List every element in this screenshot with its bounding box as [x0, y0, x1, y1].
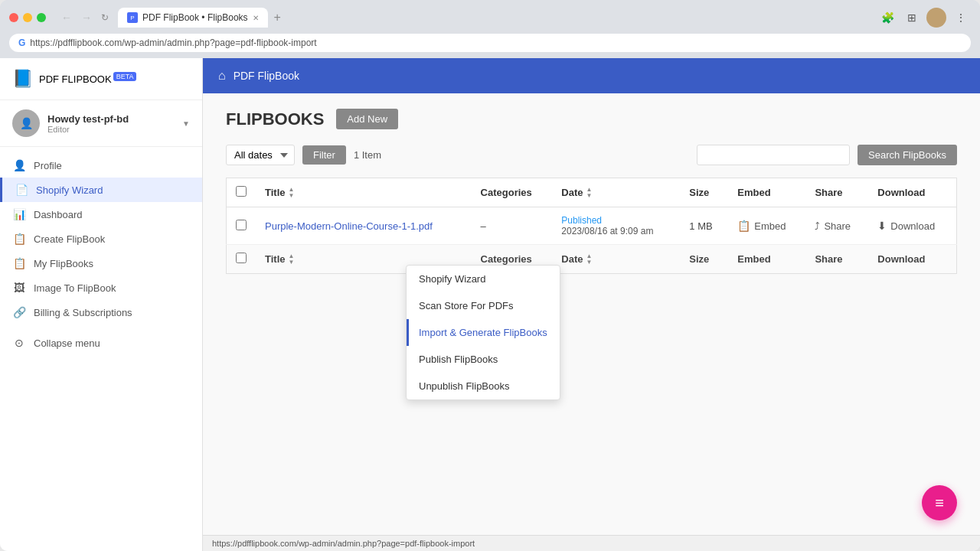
download-icon: ⬇	[877, 220, 887, 232]
status-bar: https://pdfflipbook.com/wp-admin/admin.p…	[203, 535, 980, 551]
logo-beta-badge: BETA	[113, 72, 137, 81]
search-input[interactable]	[697, 145, 850, 165]
sidebar-item-my-flipbooks[interactable]: 📋 My FlipBooks	[0, 251, 202, 276]
footer-title-sort-desc[interactable]: ▼	[289, 259, 295, 266]
fab-icon: ≡	[935, 494, 944, 512]
row-embed-cell: 📋 Embed	[728, 207, 805, 245]
footer-row-checkbox[interactable]	[236, 253, 247, 263]
filters-row: All dates Filter 1 Item Search FlipBooks	[226, 145, 957, 165]
sidebar-item-billing[interactable]: 🔗 Billing & Subscriptions	[0, 300, 202, 324]
maximize-dot[interactable]	[37, 13, 46, 22]
filter-button[interactable]: Filter	[302, 145, 346, 165]
dropdown-item-publish[interactable]: Publish FlipBooks	[407, 346, 560, 373]
dropdown-item-unpublish[interactable]: Unpublish FlipBooks	[407, 373, 560, 399]
dropdown-item-import-generate[interactable]: Import & Generate FlipBooks	[407, 319, 560, 346]
tab-bar: P PDF FlipBook • FlipBooks ✕ +	[118, 8, 871, 28]
embed-label: Embed	[754, 220, 786, 232]
logo-text-label: PDF FLIPBOOK	[39, 73, 112, 85]
top-nav-title: PDF FlipBook	[234, 70, 299, 82]
row-title-cell: Purple-Modern-Online-Course-1-1.pdf	[256, 207, 472, 245]
sidebar-item-create-flipbook[interactable]: 📋 Create FlipBook	[0, 227, 202, 251]
dropdown-item-scan-store[interactable]: Scan Store For PDFs	[407, 292, 560, 319]
user-name: Howdy test-pf-bd	[47, 113, 175, 125]
sidebar-item-label: My FlipBooks	[34, 258, 93, 269]
user-info: Howdy test-pf-bd Editor	[47, 113, 175, 134]
dropdown-item-shopify-wizard[interactable]: Shopify Wizard	[407, 266, 560, 292]
footer-embed-header: Embed	[728, 245, 805, 274]
page-header: FLIPBOOKS Add New	[226, 109, 957, 129]
address-text: https://pdfflipbook.com/wp-admin/admin.p…	[30, 37, 962, 48]
footer-date-sort-desc[interactable]: ▼	[586, 259, 592, 266]
sidebar-item-image-to-flipbook[interactable]: 🖼 Image To FlipBook	[0, 276, 202, 300]
user-arrow-icon[interactable]: ▼	[182, 119, 190, 128]
active-tab[interactable]: P PDF FlipBook • FlipBooks ✕	[118, 8, 268, 28]
shopify-wizard-menu-icon: 📄	[15, 184, 28, 196]
tab-favicon: P	[127, 12, 138, 23]
menu-icon[interactable]: ⋮	[951, 8, 971, 28]
th-title: Title ▲ ▼	[256, 178, 472, 207]
sidebar-item-label: Shopify Wizard	[36, 184, 103, 196]
sidebar-item-label: Dashboard	[34, 209, 83, 220]
avatar: 👤	[12, 109, 40, 137]
dropdown-menu: Shopify Wizard Scan Store For PDFs Impor…	[406, 265, 560, 400]
top-nav: ⌂ PDF FlipBook	[203, 58, 980, 93]
new-tab-button[interactable]: +	[271, 8, 284, 28]
th-size: Size	[680, 178, 728, 207]
tab-title: PDF FlipBook • FlipBooks	[142, 12, 248, 23]
sidebar-user: 👤 Howdy test-pf-bd Editor ▼	[0, 100, 202, 147]
table-row: Purple-Modern-Online-Course-1-1.pdf – Pu…	[227, 207, 957, 245]
th-categories: Categories	[472, 178, 553, 207]
minimize-dot[interactable]	[23, 13, 32, 22]
row-checkbox[interactable]	[236, 220, 247, 230]
main-inner: FLIPBOOKS Add New All dates Filter 1 Ite…	[203, 93, 980, 535]
back-button[interactable]: ←	[58, 10, 75, 25]
footer-checkbox-cell	[227, 245, 256, 274]
file-name[interactable]: Purple-Modern-Online-Course-1-1.pdf	[265, 220, 433, 232]
row-download-cell: ⬇ Download	[868, 207, 956, 245]
reload-button[interactable]: ↻	[98, 10, 112, 25]
items-count: 1 Item	[354, 149, 381, 161]
download-button[interactable]: ⬇ Download	[877, 220, 947, 232]
footer-share-header: Share	[805, 245, 868, 274]
sidebar-menu: 👤 Profile 📄 Shopify Wizard 📊 Dashboard 📋…	[0, 147, 202, 551]
add-new-button[interactable]: Add New	[336, 109, 398, 129]
filters-right: Search FlipBooks	[697, 145, 957, 165]
embed-icon: 📋	[737, 220, 750, 232]
th-date: Date ▲ ▼	[552, 178, 680, 207]
search-flipbooks-button[interactable]: Search FlipBooks	[858, 145, 957, 165]
home-icon[interactable]: ⌂	[218, 69, 226, 83]
title-sort-desc[interactable]: ▼	[289, 193, 295, 199]
file-size: 1 MB	[689, 220, 712, 232]
embed-button[interactable]: 📋 Embed	[737, 220, 796, 232]
google-icon: G	[18, 37, 25, 48]
dashboard-menu-icon: 📊	[12, 208, 26, 220]
tab-close-button[interactable]: ✕	[253, 14, 259, 22]
sidebar-item-dashboard[interactable]: 📊 Dashboard	[0, 202, 202, 227]
date-filter-select[interactable]: All dates	[226, 145, 295, 165]
address-bar[interactable]: G https://pdfflipbook.com/wp-admin/admin…	[9, 34, 971, 52]
sidebar-item-shopify-wizard[interactable]: 📄 Shopify Wizard	[0, 178, 202, 202]
close-dot[interactable]	[9, 13, 18, 22]
table-header-row: Title ▲ ▼ Categories	[227, 178, 957, 207]
categories-value: –	[481, 220, 486, 232]
share-button[interactable]: ⤴ Share	[815, 220, 859, 232]
table-footer-row: Title ▲ ▼ Categories	[227, 245, 957, 274]
browser-nav: ← → ↻	[58, 10, 112, 25]
sidebar-item-label: Collapse menu	[34, 337, 100, 349]
date-sort-desc[interactable]: ▼	[586, 193, 592, 199]
image-flipbook-menu-icon: 🖼	[12, 282, 26, 294]
fab-button[interactable]: ≡	[922, 485, 957, 520]
user-role: Editor	[47, 125, 175, 134]
logo-text: PDF FLIPBOOKBETA	[39, 73, 136, 85]
sidebar-icon[interactable]: ⊞	[902, 8, 922, 28]
extensions-icon[interactable]: 🧩	[877, 8, 897, 28]
sidebar-item-profile[interactable]: 👤 Profile	[0, 153, 202, 178]
profile-icon[interactable]	[926, 8, 946, 28]
select-all-checkbox[interactable]	[236, 186, 247, 197]
create-flipbook-menu-icon: 📋	[12, 233, 26, 245]
browser-actions: 🧩 ⊞ ⋮	[877, 8, 971, 28]
sidebar-item-label: Profile	[34, 160, 62, 171]
sidebar-item-collapse[interactable]: ⊙ Collapse menu	[0, 331, 202, 355]
browser-controls	[9, 13, 46, 22]
forward-button[interactable]: →	[78, 10, 95, 25]
